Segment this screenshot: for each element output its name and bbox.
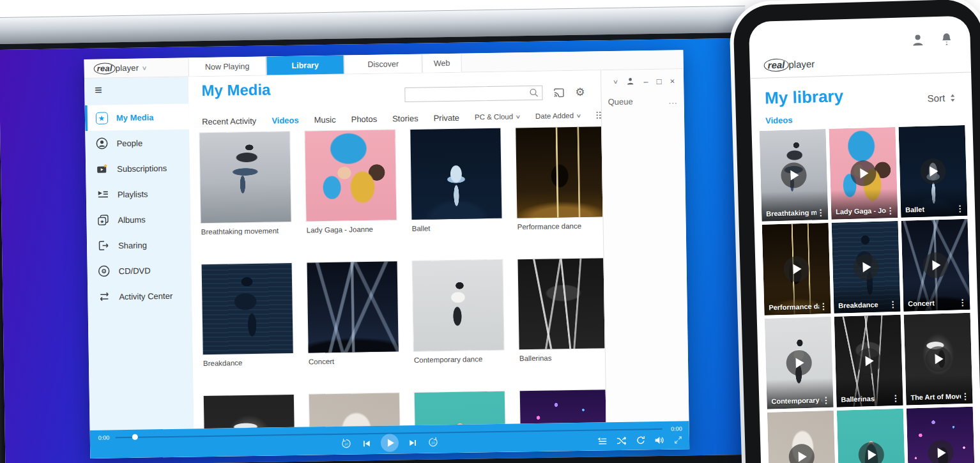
play-button[interactable] (381, 434, 399, 452)
more-options-icon[interactable]: ⋮ (889, 300, 897, 308)
search-toolbar: ⚙ (404, 85, 585, 102)
account-icon[interactable] (625, 76, 635, 87)
sidebar-item-my-media[interactable]: ★ My Media (85, 103, 190, 131)
add-to-queue-icon[interactable] (597, 436, 608, 445)
more-options-icon[interactable]: ⋮ (956, 204, 964, 213)
activity-transfer-icon (98, 290, 111, 303)
filter-tab-videos[interactable]: Videos (272, 115, 299, 125)
source-dropdown[interactable]: PC & Cloud ∨ (475, 112, 520, 121)
sidebar-item-label: Playlists (118, 189, 148, 199)
video-item[interactable]: Ballet (410, 128, 502, 232)
video-thumbnail[interactable] (518, 258, 606, 349)
notifications-bell-icon[interactable] (939, 31, 954, 50)
sidebar-item-label: My Media (116, 112, 154, 123)
tab-web[interactable]: Web (422, 54, 461, 73)
sidebar-item-cd-dvd[interactable]: CD/DVD (87, 257, 192, 284)
more-options-icon[interactable]: ⋮ (819, 302, 827, 310)
sidebar-item-subscriptions[interactable]: Subscriptions (86, 155, 190, 182)
video-item[interactable]: Performance dance (516, 126, 606, 231)
video-thumbnail[interactable] (309, 393, 401, 429)
share-icon (97, 239, 110, 252)
video-thumbnail[interactable] (199, 132, 291, 223)
more-options-icon[interactable]: ⋮ (961, 392, 969, 400)
skip-back-10-icon[interactable]: 10 (341, 437, 352, 449)
phone-video-tile[interactable]: Breakdance⋮ (832, 221, 901, 314)
gear-icon[interactable]: ⚙ (575, 86, 585, 99)
video-item[interactable] (415, 391, 506, 429)
more-options-icon[interactable]: ⋮ (822, 396, 830, 404)
phone-video-tile[interactable]: Ballerinas⋮ (834, 315, 903, 407)
video-thumbnail[interactable] (202, 263, 293, 354)
tab-now-playing[interactable]: Now Playing (188, 57, 266, 77)
cast-icon[interactable] (553, 87, 565, 98)
video-item[interactable] (309, 393, 401, 429)
maximize-button[interactable]: □ (657, 77, 662, 86)
previous-track-icon[interactable] (362, 439, 371, 448)
video-thumbnail[interactable] (305, 130, 396, 221)
phone-video-tile[interactable]: Performance dance⋮ (762, 223, 831, 315)
video-item[interactable]: Breakdance (202, 263, 294, 367)
chevron-down-icon[interactable]: ∨ (141, 65, 147, 71)
volume-icon[interactable] (654, 435, 665, 444)
phone-video-tile[interactable]: The Art of Move...⋮ (904, 313, 973, 406)
repeat-icon[interactable] (636, 435, 646, 445)
video-item[interactable]: Ballerinas (518, 258, 606, 362)
minimize-button[interactable]: – (643, 77, 648, 86)
filter-tab-stories[interactable]: Stories (392, 113, 418, 123)
next-track-icon[interactable] (408, 437, 418, 447)
more-options-icon[interactable]: ⋮ (816, 208, 825, 216)
more-options-icon[interactable]: ⋮ (886, 206, 894, 215)
video-thumbnail[interactable] (307, 261, 399, 353)
filter-tab-music[interactable]: Music (314, 114, 336, 125)
filter-tab-recent-activity[interactable]: Recent Activity (202, 116, 256, 126)
filter-tab-photos[interactable]: Photos (351, 114, 378, 124)
close-button[interactable]: × (670, 77, 675, 85)
phone-video-tile[interactable]: Concert⋮ (901, 219, 970, 312)
video-title: Breakdance (203, 358, 293, 367)
video-thumbnail[interactable] (415, 391, 506, 429)
sort-dropdown[interactable]: Date Added ∨ (535, 112, 581, 120)
video-title: Lady Gaga - Joanne (307, 225, 397, 234)
video-item[interactable]: Lady Gaga - Joanne (305, 130, 397, 234)
video-thumbnail[interactable] (204, 395, 295, 429)
search-icon[interactable] (529, 88, 542, 98)
shuffle-icon[interactable] (616, 436, 627, 445)
tab-discover[interactable]: Discover (344, 54, 422, 74)
more-options-icon[interactable]: ⋮ (891, 394, 900, 402)
phone-video-tile[interactable] (837, 409, 906, 463)
realplayer-logo[interactable]: realplayer ∨ (84, 57, 188, 78)
sidebar-item-label: CD/DVD (119, 266, 151, 276)
more-options-icon[interactable]: ⋮ (958, 298, 967, 307)
sidebar-item-albums[interactable]: ★ Albums (86, 206, 191, 233)
sidebar-item-sharing[interactable]: Sharing (87, 231, 192, 259)
video-item[interactable]: Concert (307, 261, 399, 365)
fullscreen-icon[interactable] (673, 435, 683, 444)
tab-library[interactable]: Library (266, 56, 344, 75)
phone-video-tile[interactable]: Lady Gaga - Joanne⋮ (829, 127, 898, 220)
search-box[interactable] (404, 86, 542, 102)
video-title: Concert (309, 356, 399, 365)
video-title: Contemporary dance (414, 355, 504, 364)
queue-more-icon[interactable]: ... (669, 96, 678, 105)
video-thumbnail[interactable] (516, 126, 606, 218)
sort-control[interactable]: Sort (927, 92, 956, 103)
video-item[interactable] (204, 395, 295, 429)
video-thumbnail[interactable] (413, 260, 504, 351)
sidebar-item-people[interactable]: People (85, 129, 190, 156)
phone-video-tile[interactable] (767, 411, 836, 463)
skip-forward-10-icon[interactable]: 10 (427, 436, 439, 448)
account-icon[interactable] (910, 33, 926, 51)
hamburger-menu-icon[interactable]: ≡ (84, 77, 188, 99)
filter-tab-private[interactable]: Private (433, 112, 459, 123)
video-thumbnail[interactable] (410, 128, 501, 220)
phone-video-tile[interactable]: Breathtaking move...⋮ (760, 129, 829, 222)
phone-video-tile[interactable] (907, 407, 976, 463)
video-item[interactable]: Breathtaking movement (199, 132, 291, 236)
search-input[interactable] (405, 86, 529, 102)
account-chevron-icon[interactable]: ∨ (612, 79, 618, 85)
video-item[interactable]: Contemporary dance (413, 260, 505, 364)
phone-video-tile[interactable]: Contemporary d...⋮ (765, 317, 834, 409)
phone-video-tile[interactable]: Ballet⋮ (898, 125, 967, 218)
sidebar-item-playlists[interactable]: Playlists (86, 180, 191, 208)
sidebar-item-activity-center[interactable]: Activity Center (88, 282, 192, 310)
